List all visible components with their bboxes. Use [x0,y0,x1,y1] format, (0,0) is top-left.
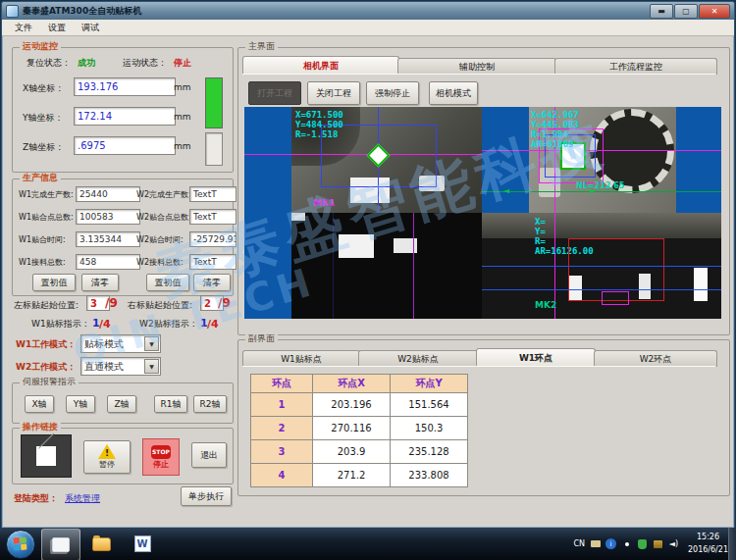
tab-w2-ring[interactable]: W2环点 [594,350,717,367]
w1-time-field[interactable]: 3.135344 [76,231,140,247]
w2-time-label: W2贴合时间: [136,234,184,245]
tray-shield-icon[interactable] [637,538,648,549]
cam1-mark-label: MK1 [313,198,335,208]
menu-debug[interactable]: 调试 [75,21,106,35]
tab-aux-control[interactable]: 辅助控制 [397,58,556,75]
table-row: 1 203.196 151.564 [251,393,468,417]
row3-x: 203.9 [313,440,391,464]
tray-dot-icon[interactable] [621,538,632,549]
w2-produced-field[interactable]: TextT [189,186,237,202]
w1-indicator-total: /4 [99,318,111,331]
show-desktop-button[interactable] [728,528,736,560]
tab-w1-ring[interactable]: W1环点 [476,348,596,367]
menu-settings[interactable]: 设置 [41,21,73,35]
maximize-button[interactable]: ▢ [674,4,698,19]
row4-point: 4 [251,464,313,487]
vertical-control[interactable] [205,132,223,166]
row1-x: 203.196 [313,393,391,417]
taskbar-word-button[interactable]: W [124,529,161,559]
w1-mode-arrow-icon[interactable]: ▼ [144,336,159,351]
tray-info-icon[interactable]: i [605,538,616,549]
ring-point-table: 环点 环点X 环点Y 1 203.196 151.564 2 270.116 1… [250,374,468,487]
open-project-button[interactable]: 打开工程 [248,81,301,105]
force-stop-button[interactable]: 强制停止 [366,81,419,105]
taskbar-clock[interactable]: 15:26 2016/6/21 [688,531,728,556]
w2-mode-arrow-icon[interactable]: ▼ [144,359,159,374]
cam2-arrow-left-icon: ◄ [503,186,509,195]
w1-feed-field[interactable]: 458 [76,254,140,270]
w2-mode-combo[interactable]: 直通模式 ▼ [80,357,161,376]
main-group: 主界面 相机界面 辅助控制 工作流程监控 打开工程 关闭工程 强制停止 相机模式 [237,47,730,335]
start-button-orb[interactable] [6,530,35,559]
camera-mode-button[interactable]: 相机模式 [429,81,478,105]
stop-button[interactable]: STOP 停止 [142,438,180,476]
taskbar-explorer-button[interactable] [82,529,120,559]
system-tray: CN i ◄) [573,528,679,560]
row2-y: 150.3 [391,417,468,440]
w1-clear-button[interactable]: 清零 [81,274,119,291]
windows-flag-icon [14,537,27,551]
table-row: 3 203.9 235.128 [251,440,468,464]
main-group-label: 主界面 [245,42,278,52]
taskbar-app-button[interactable] [41,529,80,560]
w2-init-button[interactable]: 置初值 [146,274,189,291]
w2-feed-field[interactable]: TextT [189,254,237,270]
left-start-pos-total: /9 [105,296,118,310]
tab-camera[interactable]: 相机界面 [242,56,399,75]
title-bar: 秦泰盛ATM300全自动贴标机 ▬ ▢ ✕ [2,2,734,20]
tray-folder-icon[interactable] [590,538,601,549]
pause-button[interactable]: ! 暂停 [83,440,131,474]
run-status-label: 运动状态： [123,57,167,70]
login-type-label: 登陆类型： [14,492,58,505]
servo-x-button[interactable]: X轴 [25,395,54,413]
row4-y: 233.808 [391,464,468,487]
run-status-value: 停止 [174,57,191,70]
w1-points-field[interactable]: 100583 [76,209,140,225]
w1-mode-value: 贴标模式 [84,337,124,351]
cam4-mark-label: MK2 [535,300,556,310]
servo-y-button[interactable]: Y轴 [66,395,95,413]
w2-time-field[interactable]: -25729.91 [189,231,237,247]
z-axis-field[interactable]: .6975 [74,136,176,155]
minimize-button[interactable]: ▬ [650,4,673,19]
start-button[interactable] [21,434,72,478]
w2-points-field[interactable]: TextT [189,209,237,225]
camera3-image [291,213,482,319]
w1-mode-combo[interactable]: 贴标模式 ▼ [80,334,161,353]
desktop: 秦泰盛ATM300全自动贴标机 ▬ ▢ ✕ 文件 设置 调试 运动监控 复位状态… [0,0,736,560]
close-button[interactable]: ✕ [699,4,730,19]
w2-clear-button[interactable]: 清零 [193,274,231,291]
right-start-pos-label: 右标贴起始位置: [128,299,192,312]
w2-indicator-label: W2贴标指示： [139,318,198,331]
clock-time: 15:26 [688,531,728,543]
window-title: 秦泰盛ATM300全自动贴标机 [23,5,141,18]
tab-w2-points[interactable]: W2贴标点 [358,350,478,367]
servo-z-button[interactable]: Z轴 [107,395,136,413]
row1-y: 151.564 [391,393,468,417]
cam4-hline1 [482,266,721,267]
w2-points-label: W2贴合点总数: [136,212,191,223]
x-axis-field[interactable]: 193.176 [74,77,176,96]
w1-produced-field[interactable]: 25440 [76,186,140,202]
table-header-row: 环点 环点X 环点Y [251,375,468,393]
exit-button[interactable]: 退出 [191,442,227,468]
login-type-value[interactable]: 系统管理 [65,492,100,505]
single-step-button[interactable]: 单步执行 [181,486,232,506]
servo-r1-button[interactable]: R1轴 [154,395,187,413]
tab-workflow[interactable]: 工作流程监控 [554,58,717,75]
language-indicator[interactable]: CN [573,539,585,548]
tray-network-icon[interactable] [653,538,663,549]
servo-r2-button[interactable]: R2轴 [193,395,227,413]
tray-volume-icon[interactable]: ◄) [668,538,679,549]
close-project-button[interactable]: 关闭工程 [307,81,360,105]
operation-group: 操作链接 ! 暂停 STOP 停止 退出 [12,428,234,484]
menu-file[interactable]: 文件 [8,21,39,35]
cam4-marker-box [602,291,629,305]
cam4-hline2 [482,289,721,290]
tab-w1-points[interactable]: W1贴标点 [242,350,360,367]
y-axis-field[interactable]: 172.14 [74,107,176,126]
folder-icon [92,537,111,551]
w1-init-button[interactable]: 置初值 [32,274,76,291]
word-icon: W [134,535,151,552]
warning-icon: ! [98,444,116,459]
